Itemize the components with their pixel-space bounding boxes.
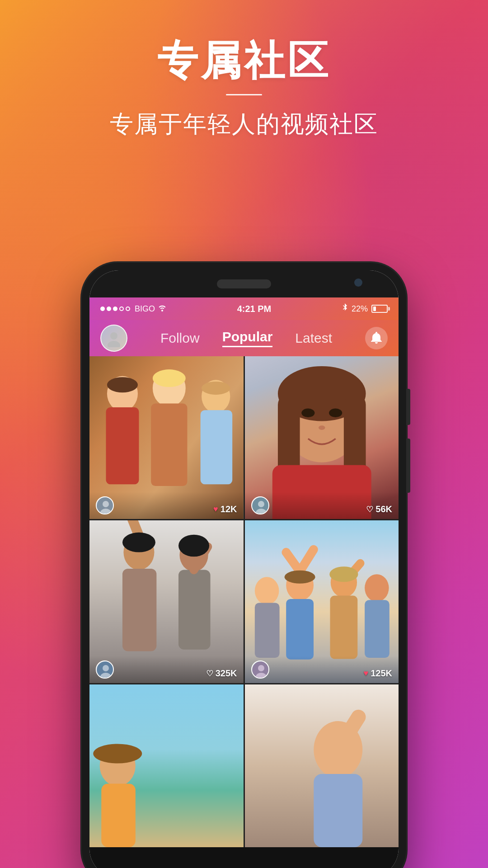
tab-popular[interactable]: Popular (222, 329, 273, 347)
video-avatar-3[interactable] (96, 660, 114, 679)
svg-point-13 (103, 501, 109, 507)
svg-point-36 (178, 535, 209, 557)
video-overlay-2: ♡ 56K (245, 492, 399, 519)
svg-rect-6 (151, 404, 187, 486)
like-count-1: ♥ 12K (213, 504, 237, 514)
speaker (217, 279, 271, 288)
video-avatar-4[interactable] (251, 660, 269, 679)
svg-point-53 (329, 566, 358, 582)
battery-indicator (371, 305, 388, 313)
svg-point-9 (153, 369, 186, 387)
svg-rect-4 (106, 407, 139, 484)
svg-rect-46 (330, 596, 357, 659)
status-right: 22% (342, 303, 388, 315)
nav-tabs: Follow Popular Latest (160, 329, 332, 347)
battery-icon (371, 305, 388, 313)
video-cell-4[interactable]: ♥ 125K (245, 520, 399, 683)
like-count-4: ♥ 125K (364, 668, 393, 679)
svg-point-38 (103, 665, 109, 671)
svg-point-10 (107, 377, 138, 392)
svg-rect-33 (178, 570, 211, 649)
video-overlay-1: ♥ 12K (89, 492, 244, 519)
carrier-name: BIGO (135, 304, 155, 314)
status-left: BIGO (100, 304, 167, 314)
svg-point-1 (108, 341, 120, 347)
phone-mockup: BIGO 4:21 PM 22% (81, 262, 407, 868)
bluetooth-icon (342, 303, 348, 315)
hero-section: 专属社区 专属于年轻人的视频社区 (0, 0, 488, 140)
svg-point-48 (254, 577, 279, 604)
signal-dots (100, 307, 130, 311)
svg-rect-51 (365, 600, 389, 658)
app-header: Follow Popular Latest (89, 320, 399, 356)
like-count-3: ♡ 325K (206, 668, 237, 679)
svg-point-22 (318, 425, 325, 430)
svg-point-11 (202, 382, 230, 395)
video-cell-6[interactable] (245, 684, 399, 847)
svg-rect-60 (101, 784, 136, 847)
svg-rect-31 (122, 569, 156, 651)
svg-point-0 (110, 332, 117, 340)
heart-icon-3: ♡ (206, 669, 213, 679)
signal-dot-1 (100, 307, 105, 311)
svg-point-59 (93, 744, 142, 763)
sub-title: 专属于年轻人的视频社区 (0, 109, 488, 140)
svg-point-55 (258, 665, 264, 671)
heart-icon-1: ♥ (213, 505, 218, 514)
video-cell-5[interactable] (89, 684, 244, 847)
video-grid: ♥ 12K (89, 356, 399, 847)
phone-notch (89, 270, 399, 297)
svg-rect-49 (254, 603, 279, 658)
avatar[interactable] (100, 325, 127, 352)
svg-point-35 (122, 533, 155, 552)
battery-fill (373, 307, 376, 311)
phone-screen: BIGO 4:21 PM 22% (89, 270, 399, 868)
video-overlay-3: ♡ 325K (89, 656, 244, 683)
heart-icon-2: ♡ (366, 505, 373, 514)
tab-latest[interactable]: Latest (295, 330, 332, 346)
phone-body: BIGO 4:21 PM 22% (81, 262, 407, 868)
notification-bell[interactable] (365, 327, 388, 349)
svg-point-52 (284, 571, 315, 584)
video-avatar-2[interactable] (251, 496, 269, 514)
svg-point-25 (258, 501, 264, 507)
tab-follow[interactable]: Follow (160, 330, 200, 346)
svg-rect-8 (201, 410, 233, 484)
signal-dot-3 (113, 307, 117, 311)
video-cell-2[interactable]: ♡ 56K (245, 356, 399, 519)
signal-dot-4 (119, 307, 124, 311)
battery-percent: 22% (352, 304, 368, 314)
wifi-icon (158, 304, 167, 313)
title-divider (226, 94, 262, 95)
video-feed[interactable]: ♥ 12K (89, 356, 399, 868)
video-thumbnail-5 (89, 684, 244, 847)
video-avatar-1[interactable] (96, 496, 114, 514)
like-count-2: ♡ 56K (366, 504, 392, 514)
signal-dot-5 (126, 307, 130, 311)
svg-point-21 (329, 409, 342, 417)
video-cell-1[interactable]: ♥ 12K (89, 356, 244, 519)
svg-point-20 (301, 409, 314, 417)
svg-point-50 (365, 574, 389, 602)
status-time: 4:21 PM (237, 304, 272, 314)
svg-rect-44 (286, 599, 314, 660)
svg-rect-63 (314, 774, 362, 847)
main-title: 专属社区 (0, 36, 488, 85)
front-camera (354, 278, 362, 287)
video-cell-3[interactable]: ♡ 325K (89, 520, 244, 683)
video-overlay-4: ♥ 125K (245, 656, 399, 683)
status-bar: BIGO 4:21 PM 22% (89, 297, 399, 320)
signal-dot-2 (107, 307, 111, 311)
heart-icon-4: ♥ (364, 669, 369, 678)
